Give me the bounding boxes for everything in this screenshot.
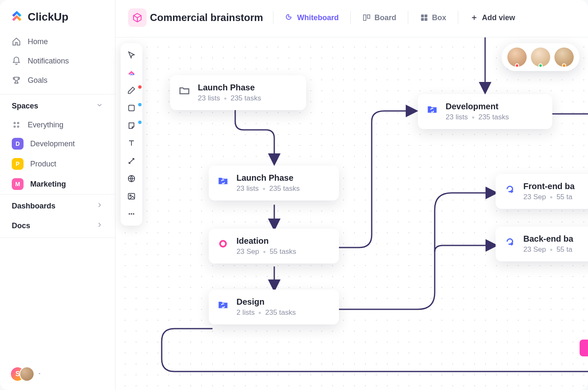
sidebar-item-product[interactable]: P Product bbox=[0, 154, 115, 174]
svg-rect-7 bbox=[425, 15, 428, 18]
sidebar-item-everything[interactable]: Everything bbox=[0, 116, 115, 134]
sidebar-docs[interactable]: Docs bbox=[0, 218, 115, 237]
card-title: Design bbox=[236, 297, 296, 307]
svg-rect-10 bbox=[129, 105, 134, 111]
bell-icon bbox=[12, 56, 21, 66]
tool-more[interactable] bbox=[124, 206, 139, 221]
collaborator-avatar[interactable] bbox=[554, 47, 574, 67]
card-subtitle: 23 lists235 tasks bbox=[236, 184, 300, 193]
tool-sticky[interactable] bbox=[124, 118, 139, 133]
space-label: Development bbox=[30, 140, 75, 148]
sidebar-dashboards[interactable]: Dashboards bbox=[0, 194, 115, 218]
svg-point-14 bbox=[129, 213, 130, 214]
whiteboard-canvas[interactable]: Launch Phase 23 lists235 tasks Launch Ph… bbox=[116, 37, 588, 390]
svg-point-3 bbox=[18, 126, 19, 127]
canvas-toolbar bbox=[121, 43, 142, 226]
divider bbox=[458, 11, 458, 24]
docs-label: Docs bbox=[12, 221, 30, 230]
tool-text[interactable] bbox=[124, 136, 139, 151]
color-dot-blue bbox=[138, 121, 142, 124]
collaborator-avatar[interactable] bbox=[531, 47, 550, 67]
nav-goals[interactable]: Goals bbox=[4, 71, 111, 90]
card-title: Back-end ba bbox=[523, 234, 573, 244]
card-subtitle: 23 lists235 tasks bbox=[446, 113, 509, 121]
card-launch-phase-2[interactable]: Launch Phase 23 lists235 tasks bbox=[209, 166, 339, 200]
tab-whiteboard[interactable]: Whiteboard bbox=[280, 10, 344, 26]
status-dot bbox=[515, 63, 519, 68]
sidebar-item-development[interactable]: D Development bbox=[0, 134, 115, 154]
svg-point-15 bbox=[131, 213, 132, 214]
card-frontend[interactable]: Front-end ba 23 Sep55 ta bbox=[496, 174, 588, 209]
box-icon bbox=[420, 13, 428, 22]
sync-folder-icon bbox=[216, 174, 230, 187]
tool-web[interactable] bbox=[124, 171, 139, 186]
tab-board[interactable]: Board bbox=[357, 10, 401, 26]
card-design[interactable]: Design 2 lists235 tasks bbox=[209, 290, 339, 324]
tool-clickup-item[interactable] bbox=[124, 65, 139, 80]
dashboards-label: Dashboards bbox=[12, 202, 55, 211]
tool-connector[interactable] bbox=[124, 153, 139, 169]
space-badge: M bbox=[12, 178, 24, 190]
side-handle[interactable] bbox=[580, 340, 588, 356]
add-view-button[interactable]: Add view bbox=[465, 10, 520, 26]
color-dot-blue bbox=[138, 103, 142, 106]
svg-point-13 bbox=[130, 195, 131, 196]
app-root: ClickUp Home Notifications Goals Spaces … bbox=[0, 0, 588, 390]
card-backend[interactable]: Back-end ba 23 Sep55 ta bbox=[496, 227, 588, 261]
tool-shape[interactable] bbox=[124, 100, 139, 116]
svg-rect-12 bbox=[129, 193, 135, 199]
space-badge: P bbox=[12, 158, 24, 170]
topbar: Commercial brainstorm Whiteboard Board B… bbox=[116, 0, 588, 37]
card-subtitle: 2 lists235 tasks bbox=[236, 308, 296, 317]
collaborators[interactable] bbox=[501, 43, 580, 71]
divider bbox=[273, 11, 273, 24]
card-subtitle: 23 Sep55 ta bbox=[523, 193, 575, 201]
whiteboard-icon bbox=[285, 13, 294, 22]
tab-label: Box bbox=[432, 13, 446, 22]
card-title: Ideation bbox=[236, 236, 296, 246]
sync-folder-icon bbox=[425, 103, 439, 116]
card-ideation[interactable]: Ideation 23 Sep55 tasks bbox=[209, 229, 339, 264]
divider bbox=[350, 11, 351, 24]
collaborator-avatar[interactable] bbox=[507, 47, 527, 67]
nav-home[interactable]: Home bbox=[4, 32, 111, 51]
trophy-icon bbox=[12, 76, 21, 85]
svg-rect-4 bbox=[364, 15, 366, 20]
sidebar: ClickUp Home Notifications Goals Spaces … bbox=[0, 0, 116, 390]
card-title: Development bbox=[446, 102, 509, 111]
brand[interactable]: ClickUp bbox=[0, 0, 115, 32]
tool-image[interactable] bbox=[124, 189, 139, 204]
tab-label: Whiteboard bbox=[297, 13, 339, 22]
card-title: Front-end ba bbox=[523, 182, 575, 191]
sidebar-item-marketing[interactable]: M Marketing bbox=[0, 174, 115, 194]
main: Commercial brainstorm Whiteboard Board B… bbox=[116, 0, 588, 390]
svg-point-1 bbox=[18, 122, 19, 124]
loop-arrow-icon bbox=[503, 235, 517, 248]
card-subtitle: 23 lists235 tasks bbox=[198, 94, 261, 103]
chevron-right-icon bbox=[96, 221, 103, 231]
board-icon bbox=[362, 13, 371, 22]
card-launch-phase[interactable]: Launch Phase 23 lists235 tasks bbox=[170, 75, 306, 110]
caret-down-icon bbox=[37, 370, 42, 378]
cube-icon bbox=[128, 8, 147, 27]
spaces-header[interactable]: Spaces bbox=[0, 94, 115, 116]
tool-pen[interactable] bbox=[124, 83, 139, 98]
card-title: Launch Phase bbox=[236, 173, 300, 183]
nav-notifications[interactable]: Notifications bbox=[4, 51, 111, 71]
status-dot bbox=[538, 63, 543, 68]
avatar-photo bbox=[19, 366, 34, 382]
svg-rect-9 bbox=[425, 18, 428, 21]
page-title: Commercial brainstorm bbox=[150, 12, 263, 24]
folder-icon bbox=[178, 84, 191, 97]
brand-text: ClickUp bbox=[28, 11, 68, 24]
chevron-right-icon bbox=[96, 201, 103, 211]
user-menu[interactable]: S bbox=[0, 358, 115, 390]
avatar-stack: S bbox=[10, 366, 34, 382]
card-development[interactable]: Development 23 lists235 tasks bbox=[418, 94, 552, 129]
tab-label: Board bbox=[374, 13, 396, 22]
tab-box[interactable]: Box bbox=[415, 10, 451, 26]
tool-select[interactable] bbox=[124, 47, 139, 63]
space-label: Product bbox=[30, 160, 56, 169]
card-subtitle: 23 Sep55 ta bbox=[523, 245, 573, 254]
spaces-header-label: Spaces bbox=[12, 102, 38, 111]
